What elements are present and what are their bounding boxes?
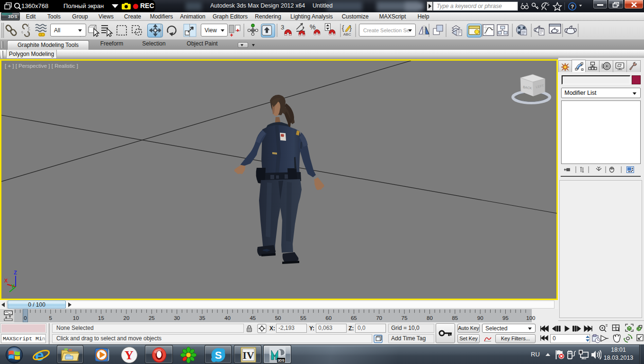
svg-text:X: X xyxy=(4,278,8,283)
svg-text:80: 80 xyxy=(427,315,433,321)
svg-text:45: 45 xyxy=(250,315,256,321)
svg-text:3DS: 3DS xyxy=(277,358,285,363)
svg-text:10: 10 xyxy=(73,315,79,321)
svg-text:20: 20 xyxy=(124,315,130,321)
svg-text:Y: Y xyxy=(125,348,134,362)
svg-text:85: 85 xyxy=(452,315,458,321)
svg-text:%: % xyxy=(310,23,315,31)
svg-text:70: 70 xyxy=(376,315,382,321)
svg-text:Y: Y xyxy=(11,283,15,289)
svg-text:60: 60 xyxy=(326,315,332,321)
svg-text:50: 50 xyxy=(275,315,281,321)
svg-text:Z: Z xyxy=(14,270,17,275)
svg-text:90: 90 xyxy=(477,315,483,321)
svg-text:40: 40 xyxy=(224,315,231,321)
svg-text:e: e xyxy=(35,346,44,364)
svg-text:55: 55 xyxy=(300,315,306,321)
svg-text:65: 65 xyxy=(351,315,357,321)
svg-text:{: { xyxy=(342,24,344,32)
svg-text:35: 35 xyxy=(199,315,206,321)
svg-text:IV: IV xyxy=(242,349,254,361)
svg-text:25: 25 xyxy=(149,315,155,321)
svg-text:3: 3 xyxy=(281,24,284,31)
svg-text:[ + ] [ Perspective ] [ Realis: [ + ] [ Perspective ] [ Realistic ] xyxy=(5,63,78,69)
svg-text:S: S xyxy=(215,349,222,361)
svg-text:100: 100 xyxy=(526,315,535,321)
svg-text:95: 95 xyxy=(502,315,509,321)
svg-text:30: 30 xyxy=(174,315,180,321)
svg-text:5: 5 xyxy=(49,315,52,321)
svg-text:ABC: ABC xyxy=(343,32,351,36)
svg-text:?: ? xyxy=(571,4,574,9)
svg-text:15: 15 xyxy=(98,315,104,321)
svg-text:0: 0 xyxy=(24,315,27,321)
svg-text:75: 75 xyxy=(402,315,408,321)
